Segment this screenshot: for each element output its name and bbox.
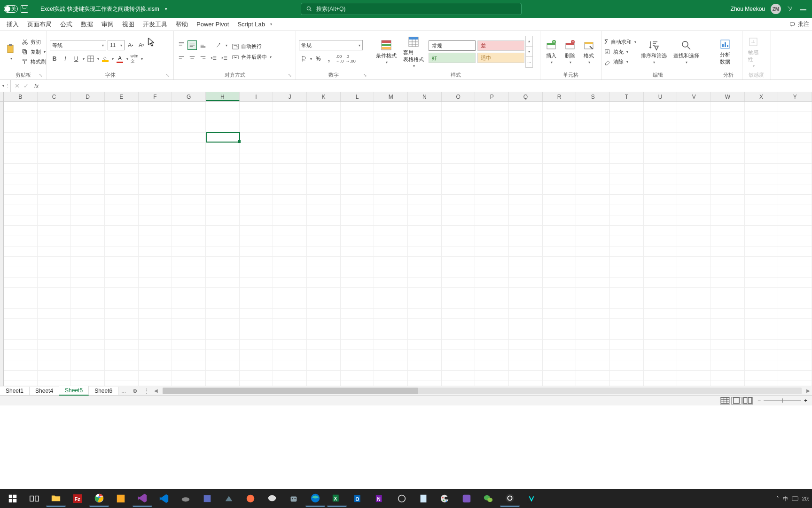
active-cell[interactable] <box>206 132 240 143</box>
save-icon[interactable] <box>21 5 28 13</box>
decrease-decimal-button[interactable]: .0→.00 <box>346 54 355 64</box>
style-up-icon[interactable]: ▴ <box>526 36 532 47</box>
cancel-icon[interactable]: ✕ <box>15 82 20 89</box>
app9-button[interactable] <box>457 491 476 507</box>
minimize-icon[interactable] <box>800 9 806 10</box>
format-as-table-button[interactable]: 套用 表格格式▾ <box>401 35 426 69</box>
tab-view[interactable]: 视图 <box>118 18 138 31</box>
add-sheet-button[interactable]: ⊕ <box>129 388 141 394</box>
title-dropdown-icon[interactable]: ▾ <box>165 7 167 11</box>
sheet-menu[interactable]: ⋮ <box>141 388 152 394</box>
sheet-tab[interactable]: Sheet1 <box>0 387 30 395</box>
cells-area[interactable] <box>4 102 812 386</box>
tab-review[interactable]: 审阅 <box>98 18 117 31</box>
bold-button[interactable]: B <box>50 54 59 64</box>
column-header[interactable]: V <box>677 92 711 101</box>
app7-button[interactable] <box>284 491 304 507</box>
underline-button[interactable]: U <box>71 54 81 64</box>
number-format-select[interactable]: 常规▾ <box>299 40 363 50</box>
cut-button[interactable]: 剪切 <box>22 39 46 46</box>
worksheet-grid[interactable]: BCDEFGHIJKLMNOPQRSTUVWXY <box>0 92 812 386</box>
find-select-button[interactable]: 查找和选择▾ <box>671 38 701 65</box>
column-header[interactable]: K <box>307 92 341 101</box>
tab-scriptlab[interactable]: Script Lab <box>234 19 269 30</box>
column-header[interactable]: O <box>442 92 476 101</box>
style-more-icon[interactable]: ⋯ <box>526 57 532 67</box>
explorer-button[interactable] <box>46 491 66 507</box>
column-header[interactable]: H <box>206 92 240 101</box>
column-header[interactable]: X <box>745 92 779 101</box>
column-header[interactable]: L <box>341 92 375 101</box>
style-down-icon[interactable]: ▾ <box>526 47 532 57</box>
style-neutral[interactable]: 适中 <box>477 53 524 63</box>
chrome-button[interactable] <box>89 491 109 507</box>
tab-data[interactable]: 数据 <box>77 18 97 31</box>
launcher-icon[interactable]: ⤡ <box>362 73 368 79</box>
tab-layout[interactable]: 页面布局 <box>23 18 55 31</box>
scriptlab-dropdown-icon[interactable]: ▾ <box>270 22 272 26</box>
format-cells-button[interactable]: 格式▾ <box>581 38 597 65</box>
edge-button[interactable] <box>305 491 325 507</box>
column-header[interactable]: G <box>172 92 206 101</box>
system-tray[interactable]: ˄ 中 20: <box>776 495 809 502</box>
column-header[interactable]: M <box>374 92 408 101</box>
font-name-select[interactable]: 等线▾ <box>50 40 106 50</box>
keyboard-icon[interactable] <box>792 495 798 502</box>
app6-button[interactable] <box>262 491 282 507</box>
zoom-control[interactable]: − + <box>757 397 807 404</box>
tab-developer[interactable]: 开发工具 <box>139 18 171 31</box>
style-bad[interactable]: 差 <box>477 40 524 51</box>
name-box[interactable]: ▾ <box>0 80 4 92</box>
align-right-button[interactable] <box>198 54 208 63</box>
sheet-tab[interactable]: Sheet6 <box>89 387 118 395</box>
ime-indicator[interactable]: 中 <box>783 495 788 502</box>
column-header[interactable]: U <box>644 92 678 101</box>
filezilla-button[interactable]: Fz <box>68 491 87 507</box>
fx-icon[interactable]: fx <box>32 83 40 89</box>
column-header[interactable]: N <box>408 92 442 101</box>
start-button[interactable] <box>3 491 23 507</box>
decrease-font-button[interactable]: A▾ <box>137 40 146 50</box>
copy-button[interactable]: 复制▾ <box>22 48 46 56</box>
italic-button[interactable]: I <box>61 54 70 64</box>
comma-button[interactable]: , <box>324 54 334 64</box>
accounting-button[interactable] <box>299 54 308 64</box>
user-name[interactable]: Zhou Meekou <box>731 6 765 12</box>
launcher-icon[interactable]: ⤡ <box>38 73 44 79</box>
wrap-text-button[interactable]: 自动换行 <box>232 43 272 50</box>
cell-styles-gallery[interactable]: 常规 差 好 适中 ▴ ▾ ⋯ <box>429 36 533 68</box>
align-middle-button[interactable] <box>187 40 197 50</box>
clock[interactable]: 20: <box>802 496 809 501</box>
increase-font-button[interactable]: A▴ <box>126 40 135 50</box>
increase-indent-button[interactable] <box>220 54 229 63</box>
scroll-right-icon[interactable]: ▶ <box>804 388 812 393</box>
onenote-button[interactable]: N <box>370 491 390 507</box>
decrease-indent-button[interactable] <box>209 54 219 63</box>
column-header[interactable]: F <box>139 92 172 101</box>
merge-center-button[interactable]: 合并后居中▾ <box>232 54 272 61</box>
page-break-view-button[interactable] <box>742 397 753 405</box>
tab-help[interactable]: 帮助 <box>172 18 192 31</box>
column-header[interactable]: D <box>71 92 105 101</box>
app2-button[interactable] <box>176 491 195 507</box>
obs-button[interactable] <box>500 491 520 507</box>
select-all-corner[interactable] <box>0 92 4 102</box>
column-headers[interactable]: BCDEFGHIJKLMNOPQRSTUVWXY <box>4 92 812 102</box>
column-header[interactable]: E <box>105 92 139 101</box>
scroll-left-icon[interactable]: ◀ <box>152 388 160 393</box>
task-view-button[interactable] <box>24 491 44 507</box>
align-left-button[interactable] <box>177 54 186 63</box>
sort-filter-button[interactable]: 排序和筛选▾ <box>639 38 669 65</box>
delete-cells-button[interactable]: 删除▾ <box>562 38 578 65</box>
align-bottom-button[interactable] <box>198 40 208 50</box>
row-headers[interactable] <box>0 102 4 386</box>
column-header[interactable]: B <box>4 92 38 101</box>
fill-button[interactable]: 填充▾ <box>604 48 636 56</box>
wechat-button[interactable] <box>478 491 498 507</box>
tab-powerpivot[interactable]: Power Pivot <box>193 19 233 30</box>
app4-button[interactable] <box>219 491 239 507</box>
mic-icon[interactable] <box>787 5 794 13</box>
fill-handle[interactable] <box>238 140 241 143</box>
sheet-tab[interactable]: Sheet5 <box>59 386 89 396</box>
analyze-data-button[interactable]: 分析 数据 <box>717 37 733 66</box>
